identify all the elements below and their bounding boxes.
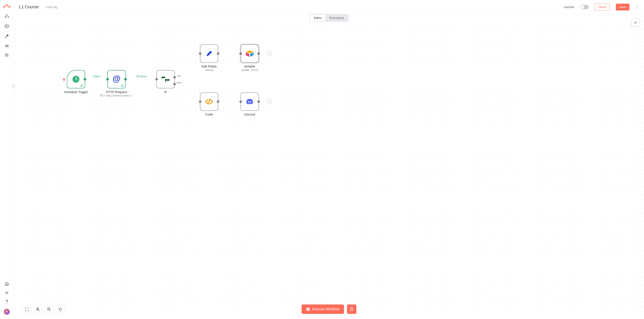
play-icon [306, 307, 310, 311]
node-label: HTTP Request [93, 90, 140, 94]
node-sublabel: update: record [226, 69, 273, 72]
node-discord[interactable] [240, 93, 259, 111]
add-tag-button[interactable]: + Add tag [44, 5, 58, 9]
workflow-edges [14, 14, 78, 46]
node-airtable[interactable] [240, 45, 259, 63]
output-port[interactable] [84, 78, 86, 81]
app-logo[interactable] [3, 4, 11, 8]
undo-button[interactable] [56, 305, 65, 314]
workflow-title[interactable]: L1 Course [19, 5, 38, 10]
node-http-request[interactable]: @ [107, 70, 126, 88]
output-port-false[interactable] [173, 83, 176, 85]
output-port[interactable] [257, 100, 260, 103]
share-button[interactable]: Share [595, 4, 610, 11]
more-menu-button[interactable] [636, 5, 639, 9]
fit-view-button[interactable] [22, 305, 31, 314]
node-status-check-icon [120, 84, 124, 87]
svg-point-6 [6, 292, 8, 293]
svg-point-0 [4, 6, 5, 8]
node-label: Discord [226, 113, 273, 116]
edge-label: 30 items [136, 75, 146, 78]
svg-point-1 [6, 5, 8, 6]
view-tabs: Editor Executions [310, 14, 348, 22]
trigger-bolt-icon [62, 77, 66, 82]
node-sublabel: GET: https://internal.users.n... [93, 94, 140, 97]
user-avatar[interactable]: P [4, 309, 10, 315]
workflow-active-toggle[interactable] [580, 5, 589, 9]
zoom-out-button[interactable] [44, 305, 54, 314]
sidebar: P [0, 0, 14, 319]
svg-point-9 [637, 7, 638, 7]
edge-label: 1 item [92, 75, 100, 78]
workflow-status-label: Inactive [564, 5, 574, 9]
node-schedule-trigger[interactable] [67, 70, 85, 88]
svg-point-21 [250, 101, 251, 103]
canvas-tools [22, 305, 65, 314]
workflows-icon[interactable] [5, 14, 9, 18]
tab-executions[interactable]: Executions [326, 15, 348, 21]
input-port[interactable] [106, 78, 109, 81]
svg-point-10 [637, 8, 638, 9]
node-code[interactable] [200, 93, 218, 111]
zoom-in-button[interactable] [34, 305, 42, 314]
output-port-true[interactable] [173, 76, 176, 79]
trash-icon [350, 307, 353, 311]
svg-point-20 [248, 101, 249, 103]
input-port[interactable] [155, 78, 158, 81]
templates-icon[interactable] [5, 24, 9, 28]
node-label: Schedule Trigger [52, 90, 100, 94]
input-port[interactable] [240, 52, 242, 55]
output-port[interactable] [257, 52, 260, 55]
execute-workflow-button[interactable]: Execute Workflow [302, 304, 344, 314]
workflow-header: L1 Course + Add tag Inactive Share Save [14, 0, 644, 14]
node-edit-fields[interactable] [200, 45, 218, 63]
node-label: Airtable [226, 65, 273, 68]
input-port[interactable] [199, 52, 202, 55]
node-label: Edit Fields [186, 65, 232, 68]
delete-button[interactable] [347, 304, 356, 314]
variables-icon[interactable] [5, 45, 9, 47]
node-label: Code [186, 113, 232, 116]
credentials-icon[interactable] [5, 34, 9, 39]
add-node-button[interactable]: + [631, 18, 640, 27]
svg-text:@: @ [112, 75, 120, 83]
svg-rect-4 [5, 17, 6, 18]
add-connection-button[interactable]: + [267, 51, 272, 56]
home-icon[interactable] [5, 282, 9, 286]
output-port[interactable] [217, 52, 219, 55]
add-connection-button[interactable]: + [267, 99, 272, 104]
svg-rect-3 [6, 14, 7, 15]
output-port[interactable] [124, 78, 127, 81]
port-label-true: true [177, 75, 181, 77]
save-button[interactable]: Save [616, 4, 630, 11]
svg-rect-5 [8, 17, 9, 18]
input-port[interactable] [199, 100, 202, 103]
node-status-check-icon [80, 84, 84, 87]
help-icon[interactable] [5, 300, 8, 304]
svg-point-7 [6, 303, 7, 303]
execute-bar: Execute Workflow [302, 304, 356, 314]
svg-point-8 [637, 5, 638, 6]
input-port[interactable] [240, 100, 242, 103]
output-port[interactable] [217, 100, 219, 103]
executions-list-icon[interactable] [5, 53, 9, 57]
port-label-false: false [177, 81, 182, 84]
node-if[interactable]: true false [156, 70, 175, 88]
node-sublabel: manual [186, 69, 232, 72]
tab-editor[interactable]: Editor [310, 15, 326, 21]
node-label: IF [142, 90, 189, 94]
workflow-canvas[interactable]: Editor Executions + [14, 14, 644, 319]
settings-icon[interactable] [5, 291, 9, 295]
svg-point-2 [9, 6, 10, 8]
execute-label: Execute Workflow [312, 307, 340, 311]
